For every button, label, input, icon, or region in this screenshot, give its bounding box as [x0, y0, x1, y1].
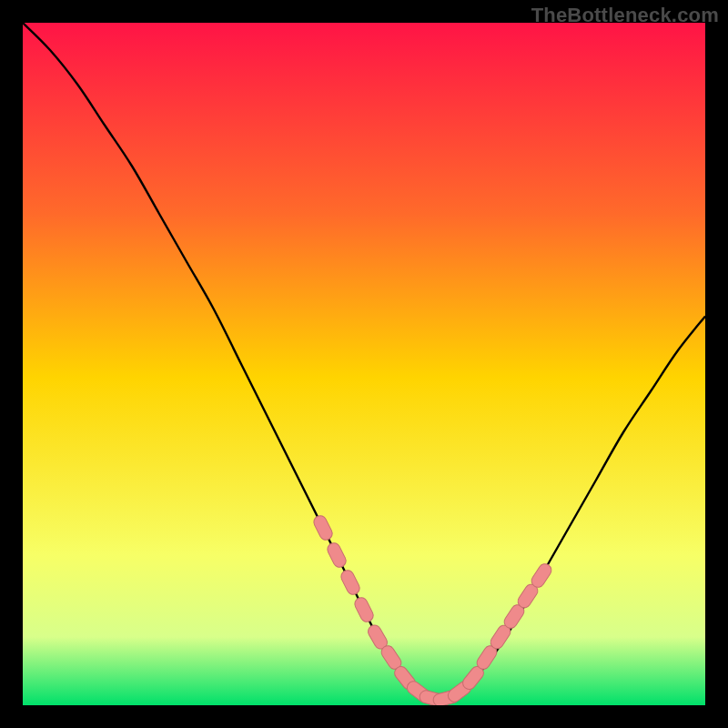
bottleneck-chart	[23, 23, 705, 705]
watermark-text: TheBottleneck.com	[531, 4, 719, 27]
chart-frame	[23, 23, 705, 705]
